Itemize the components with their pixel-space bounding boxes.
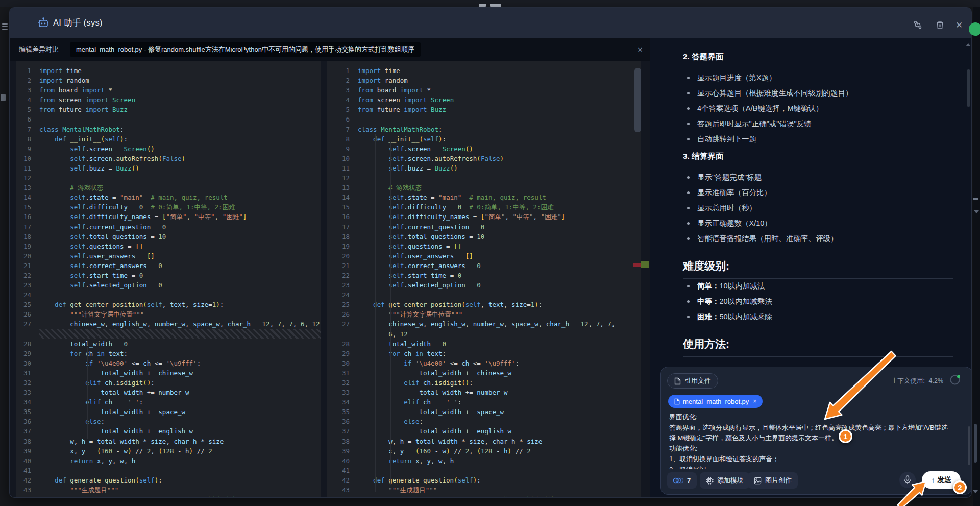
code-line[interactable]: 25 def get_center_position(self, text, s… xyxy=(16,300,321,309)
code-line[interactable]: 26 """计算文字居中位置""" xyxy=(327,309,641,319)
code-line[interactable]: 37 total_width += english_w xyxy=(16,426,321,436)
code-line[interactable]: 42 def generate_question(self): xyxy=(16,475,321,485)
code-line[interactable]: 30 if '\u4e00' <= ch <= '\u9fff': xyxy=(327,358,641,368)
code-line[interactable]: 29 for ch in text: xyxy=(16,349,321,358)
code-line[interactable]: 26 """计算文字居中位置""" xyxy=(16,309,321,319)
code-line[interactable]: 40 return x, y, w, h xyxy=(16,456,321,466)
code-line[interactable]: 4from screen import Screen xyxy=(327,95,641,105)
code-line[interactable]: 19 self.questions = [] xyxy=(327,242,641,251)
code-line[interactable]: 29 for ch in text: xyxy=(327,349,641,358)
code-line[interactable]: 19 self.questions = [] xyxy=(16,242,321,251)
code-line[interactable]: 6 xyxy=(327,114,641,124)
code-line[interactable]: 11 self.buzz = Buzz() xyxy=(16,163,321,173)
code-line[interactable]: 16 self.difficulty_names = ["简单", "中等", … xyxy=(16,212,321,222)
code-line[interactable]: 37 total_width += english_w xyxy=(327,426,641,436)
code-line[interactable]: 36 else: xyxy=(16,417,321,426)
code-line[interactable]: 23 self.selected_option = 0 xyxy=(327,280,641,290)
code-line[interactable]: 43 """生成题目""" xyxy=(16,485,321,495)
code-line[interactable]: 34 elif ch == ' ': xyxy=(16,397,321,407)
code-line[interactable]: 22 self.start_time = 0 xyxy=(16,271,321,280)
code-line[interactable]: 23 self.selected_option = 0 xyxy=(16,280,321,290)
code-line[interactable]: 27 chinese_w, english_w, number_w, space… xyxy=(327,319,641,329)
attached-file-chip[interactable]: mental_math_robot.py × xyxy=(668,395,763,408)
trash-icon[interactable] xyxy=(935,20,945,30)
reference-files-button[interactable]: 引用文件 xyxy=(667,373,718,389)
diff-close-icon[interactable]: ✕ xyxy=(635,45,645,54)
code-line[interactable]: 10 self.screen.autoRefresh(False) xyxy=(16,154,321,163)
code-line[interactable]: 28 total_width = 0 xyxy=(16,339,321,349)
code-line[interactable]: 8 def __init__(self): xyxy=(16,134,321,144)
token-counter[interactable]: 7 xyxy=(667,472,697,489)
code-line[interactable]: 44 if self.difficulty == 0: # 简单：10以内加减法 xyxy=(327,495,641,497)
code-line[interactable]: 4from screen import Screen xyxy=(16,95,321,105)
code-line[interactable]: 5from future import Buzz xyxy=(327,105,641,114)
remove-file-icon[interactable]: × xyxy=(753,398,756,405)
code-line[interactable]: 3from board import * xyxy=(16,85,321,95)
code-line[interactable]: 35 total_width += space_w xyxy=(327,407,641,417)
code-line[interactable]: 38 w, h = total_width * size, char_h * s… xyxy=(16,437,321,446)
code-line[interactable]: 13 # 游戏状态 xyxy=(327,183,641,192)
code-line[interactable]: 42 def generate_question(self): xyxy=(327,475,641,485)
code-line[interactable]: 44 if self.difficulty == 0: # 简单：10以内加减法 xyxy=(16,495,321,497)
code-line[interactable]: 32 elif ch.isdigit(): xyxy=(16,378,321,388)
code-line[interactable]: 32 elif ch.isdigit(): xyxy=(327,378,641,388)
code-line[interactable]: 21 self.correct_answers = 0 xyxy=(327,261,641,271)
code-line[interactable]: 21 self.correct_answers = 0 xyxy=(16,261,321,271)
composer-card[interactable]: 引用文件 上下文使用: 4.2% mental_math_robot.py × … xyxy=(660,367,972,495)
code-line[interactable]: 10 self.screen.autoRefresh(False) xyxy=(327,154,641,163)
code-line[interactable]: 20 self.user_answers = [] xyxy=(327,251,641,261)
code-line[interactable]: 7class MentalMathRobot: xyxy=(16,125,321,134)
code-line[interactable]: 17 self.current_question = 0 xyxy=(16,222,321,232)
message-scrollbar-thumb[interactable] xyxy=(968,426,970,465)
code-line[interactable]: 30 if '\u4e00' <= ch <= '\u9fff': xyxy=(16,358,321,368)
code-line[interactable]: 31 total_width += chinese_w xyxy=(16,368,321,378)
code-line[interactable]: 2import random xyxy=(16,76,321,85)
code-line[interactable]: 16 self.difficulty_names = ["简单", "中等", … xyxy=(327,212,641,222)
code-line[interactable]: 35 total_width += space_w xyxy=(16,407,321,417)
code-line[interactable]: 8 def __init__(self): xyxy=(327,134,641,144)
code-line[interactable]: 38 w, h = total_width * size, char_h * s… xyxy=(327,437,641,446)
code-line[interactable]: 43 """生成题目""" xyxy=(327,485,641,495)
scroll-down-icon[interactable] xyxy=(974,210,979,213)
code-line[interactable]: 27 chinese_w, english_w, number_w, space… xyxy=(16,319,321,329)
code-line[interactable]: 6 xyxy=(16,114,321,124)
code-line[interactable]: 20 self.user_answers = [] xyxy=(16,251,321,261)
code-line[interactable]: 12 xyxy=(327,173,641,183)
diff-scrollbar-thumb[interactable] xyxy=(634,68,641,132)
code-line[interactable]: 1import time xyxy=(16,66,321,76)
code-line[interactable]: 22 self.start_time = 0 xyxy=(327,271,641,280)
code-line[interactable]: 31 total_width += chinese_w xyxy=(327,368,641,378)
code-line[interactable]: 3from board import * xyxy=(327,85,641,95)
code-line[interactable]: 40 return x, y, w, h xyxy=(327,456,641,466)
code-line[interactable]: 34 elif ch == ' ': xyxy=(327,397,641,407)
code-line[interactable]: 24 xyxy=(16,290,321,300)
code-line[interactable]: 28 total_width = 0 xyxy=(327,339,641,349)
code-line[interactable]: 15 self.difficulty = 0 # 0:简单, 1:中等, 2:困… xyxy=(327,202,641,212)
code-line[interactable]: 24 xyxy=(327,290,641,300)
chat-scrollbar-thumb[interactable] xyxy=(967,69,970,107)
code-line[interactable]: 1import time xyxy=(327,66,641,76)
code-line[interactable]: 39 x, y = (160 - w) // 2, (128 - h) // 2 xyxy=(327,446,641,456)
scroll-up-icon[interactable] xyxy=(966,43,971,46)
microphone-button[interactable] xyxy=(899,472,916,488)
code-line[interactable]: 11 self.buzz = Buzz() xyxy=(327,163,641,173)
code-line[interactable]: 9 self.screen = Screen() xyxy=(327,144,641,154)
code-line[interactable]: 18 self.total_questions = 10 xyxy=(327,232,641,242)
code-line[interactable]: 39 x, y = (160 - w) // 2, (128 - h) // 2 xyxy=(16,446,321,456)
code-line[interactable]: 17 self.current_question = 0 xyxy=(327,222,641,232)
code-line[interactable]: 36 else: xyxy=(327,417,641,426)
code-line[interactable]: 5from future import Buzz xyxy=(16,105,321,114)
code-line[interactable]: 12 xyxy=(16,173,321,183)
code-line[interactable]: 33 total_width += number_w xyxy=(327,388,641,397)
message-input[interactable]: 界面优化:答题界面，选项分成两行显示，且整体水平居中；红色高亮改成黄色高亮；最下… xyxy=(669,412,961,469)
code-line[interactable]: 18 self.total_questions = 10 xyxy=(16,232,321,242)
code-line[interactable]: 14 self.state = "main" # main, quiz, res… xyxy=(16,192,321,202)
compare-icon[interactable] xyxy=(913,20,923,30)
code-line[interactable]: 13 # 游戏状态 xyxy=(16,183,321,192)
code-line[interactable]: 41 xyxy=(16,466,321,475)
code-line[interactable]: 6, 12 xyxy=(327,329,641,339)
diff-left-panel[interactable]: 1import time2import random3from board im… xyxy=(16,61,321,497)
code-line[interactable]: 33 total_width += number_w xyxy=(16,388,321,397)
code-line[interactable]: 14 self.state = "main" # main, quiz, res… xyxy=(327,192,641,202)
scroll-down-icon[interactable] xyxy=(973,490,978,493)
